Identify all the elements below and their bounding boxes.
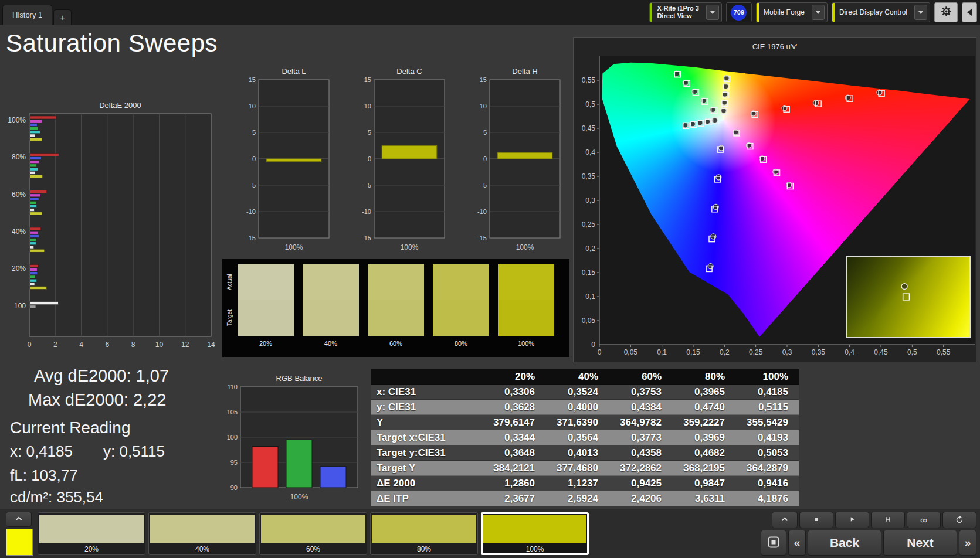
tab-history-1[interactable]: History 1 (2, 5, 52, 25)
back-button[interactable]: Back (808, 530, 881, 556)
rgb-balance-chart: RGB Balance1101051009590100% (217, 373, 365, 506)
next-button[interactable]: Next (883, 530, 957, 556)
patch-button-100%[interactable]: 100% (481, 512, 589, 555)
table-cell: 371,6390 (545, 415, 609, 430)
swatch-label: 60% (368, 336, 424, 347)
settings-gear-button[interactable] (934, 2, 958, 22)
table-cell: 4,1876 (735, 491, 799, 506)
single-patch-mode-button[interactable] (761, 530, 786, 556)
top-bar: History 1 + X-Rite i1Pro 3 Direct View 7… (0, 0, 980, 25)
table-row: ΔE ITP2,36772,59242,42063,63114,1876 (371, 491, 799, 506)
swatch-target (238, 300, 294, 336)
patch-label: 60% (261, 543, 365, 553)
collapse-panel-button[interactable] (962, 2, 977, 22)
svg-text:8: 8 (131, 341, 135, 349)
svg-text:5: 5 (483, 129, 487, 136)
chevron-down-icon[interactable] (706, 5, 719, 20)
patch-button-80%[interactable]: 80% (370, 512, 478, 555)
table-cell: 364,2879 (735, 461, 799, 475)
patch-button-40%[interactable]: 40% (148, 512, 256, 555)
patch-button-20%[interactable]: 20% (38, 512, 145, 555)
patch-button-60%[interactable]: 60% (259, 512, 367, 555)
patch-color (261, 515, 365, 543)
svg-text:10: 10 (155, 341, 164, 349)
swatch-label: 100% (498, 336, 554, 347)
table-cell: 2,3677 (482, 491, 545, 506)
table-cell: 0,5115 (735, 400, 799, 414)
step-button[interactable] (871, 512, 905, 528)
transport-up-button[interactable] (772, 512, 798, 528)
table-row-label: Target Y (371, 461, 482, 475)
svg-text:20%: 20% (12, 264, 26, 273)
table-row: Y379,6147371,6390364,9782359,2227355,542… (371, 415, 799, 430)
refresh-icon (954, 514, 965, 526)
loop-button[interactable]: ∞ (907, 512, 941, 528)
svg-text:-15: -15 (246, 234, 256, 241)
table-row: x: CIE310,33060,35240,37530,39650,4185 (371, 385, 799, 400)
svg-text:0,25: 0,25 (582, 220, 596, 229)
table-cell: 0,3564 (545, 430, 609, 445)
table-cell: 377,4680 (545, 461, 609, 475)
actual-target-swatch-strip: Actual Target 20%40%60%80%100% (222, 259, 569, 357)
table-header-cell: 40% (545, 369, 609, 384)
table-cell: 0,4384 (609, 400, 672, 414)
table-cell: 0,3524 (545, 385, 609, 399)
current-cdm2-readout: cd/m²: 355,54 (10, 488, 103, 506)
svg-text:105: 105 (227, 409, 238, 416)
play-button[interactable] (835, 512, 869, 528)
last-page-button[interactable]: » (959, 530, 976, 556)
swatch-100%: 100% (498, 264, 554, 347)
table-cell: 0,3648 (482, 445, 545, 460)
table-cell: 372,2862 (609, 461, 672, 475)
refresh-button[interactable] (942, 512, 976, 528)
svg-text:15: 15 (480, 76, 487, 83)
svg-text:Delta L: Delta L (282, 67, 306, 76)
svg-text:5: 5 (368, 129, 371, 136)
patch-label: 80% (372, 543, 476, 553)
display-control-selector[interactable]: Direct Display Control (832, 2, 930, 22)
svg-text:-5: -5 (365, 182, 371, 189)
svg-text:-5: -5 (250, 182, 256, 189)
svg-text:0: 0 (483, 155, 487, 162)
colorspace-badge[interactable]: 709 (726, 2, 752, 22)
chevron-down-icon[interactable] (812, 5, 825, 20)
stop-button[interactable] (799, 512, 833, 528)
patch-color (150, 515, 255, 543)
table-cell: 0,4185 (735, 385, 799, 399)
svg-text:100%: 100% (285, 243, 303, 251)
chevron-down-icon[interactable] (914, 5, 927, 20)
svg-text:0,1: 0,1 (585, 292, 595, 301)
table-cell: 0,3628 (482, 400, 545, 414)
swatch-80%: 80% (433, 264, 489, 347)
svg-text:0: 0 (591, 341, 595, 349)
source-selector-text: Mobile Forge (759, 8, 809, 16)
table-cell: 364,9782 (609, 415, 672, 430)
svg-text:95: 95 (230, 459, 238, 466)
svg-text:100%: 100% (8, 116, 26, 124)
current-y-value: y: 0,5115 (103, 443, 165, 460)
svg-text:-5: -5 (481, 182, 487, 189)
table-row-label: y: CIE31 (371, 400, 482, 414)
topbar-controls: X-Rite i1Pro 3 Direct View 709 Mobile Fo… (649, 2, 980, 25)
swatch-actual (238, 264, 294, 300)
display-control-text: Direct Display Control (835, 8, 912, 16)
table-cell: 355,5429 (735, 415, 799, 430)
swatch-label: 40% (303, 336, 359, 347)
svg-text:0: 0 (368, 155, 371, 162)
first-page-button[interactable]: « (788, 530, 806, 556)
table-cell: 0,9847 (672, 476, 735, 491)
table-cell: 0,4013 (545, 445, 609, 460)
meter-selector[interactable]: X-Rite i1Pro 3 Direct View (649, 2, 722, 22)
swatch-actual (368, 264, 424, 300)
play-icon (847, 514, 857, 526)
patch-scroll-up-button[interactable] (6, 512, 32, 527)
svg-text:0,35: 0,35 (812, 348, 826, 356)
add-tab-button[interactable]: + (53, 9, 72, 25)
patch-color (372, 515, 476, 543)
svg-text:5: 5 (252, 129, 256, 136)
swatch-items: 20%40%60%80%100% (238, 264, 554, 347)
svg-text:0,2: 0,2 (720, 348, 730, 356)
svg-text:0,45: 0,45 (582, 124, 596, 132)
max-de2000-readout: Max dE2000: 2,22 (28, 390, 166, 410)
source-selector[interactable]: Mobile Forge (756, 2, 828, 22)
